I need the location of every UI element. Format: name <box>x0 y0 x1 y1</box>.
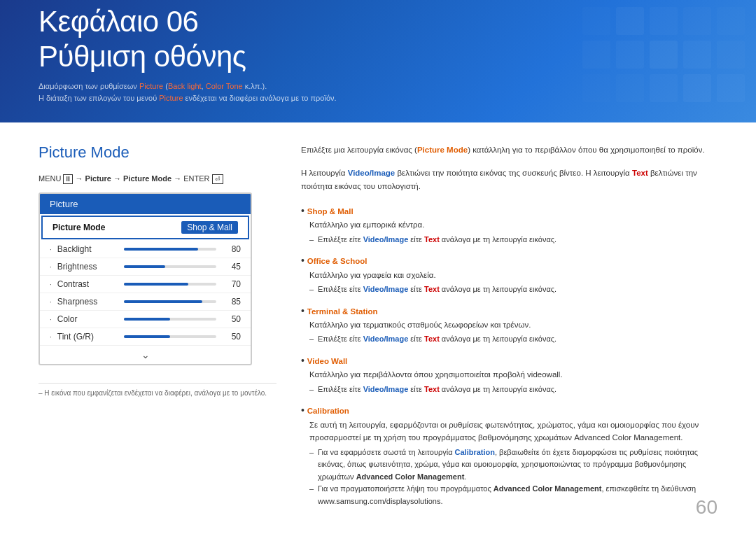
item-bar-container <box>124 300 216 303</box>
sub-bullet-videowall: Επιλέξτε είτε Video/Image είτε Text ανάλ… <box>309 384 718 396</box>
bullet-title-shop: Shop & Mall <box>307 207 354 216</box>
item-value: 45 <box>223 262 241 272</box>
sub-bullet-shop: Επιλέξτε είτε Video/Image είτε Text ανάλ… <box>309 234 718 246</box>
list-item: Shop & Mall Κατάλληλο για εμπορικά κέντρ… <box>301 203 718 246</box>
svg-rect-10 <box>683 74 711 102</box>
svg-rect-9 <box>650 74 678 102</box>
item-bar <box>124 318 170 321</box>
svg-rect-0 <box>616 7 644 35</box>
item-label: Contrast <box>57 279 117 289</box>
item-label: Sharpness <box>57 297 117 307</box>
bullets-list: Shop & Mall Κατάλληλο για εμπορικά κέντρ… <box>301 203 718 508</box>
list-item: Video Wall Κατάλληλο για περιβάλλοντα όπ… <box>301 353 718 395</box>
svg-rect-6 <box>683 41 711 69</box>
item-bar-container <box>124 248 216 251</box>
item-label: Backlight <box>57 244 117 254</box>
item-value: 80 <box>223 244 241 254</box>
bullet-title-videowall: Video Wall <box>307 357 348 365</box>
bullet-desc-office: Κατάλληλο για γραφεία και σχολεία. <box>309 269 718 281</box>
header-subtitle: Διαμόρφωση των ρυθμίσεων Picture (Back l… <box>38 80 337 105</box>
item-bar <box>124 300 202 303</box>
item-value: 70 <box>223 279 241 289</box>
picture-items-container: · Backlight 80 · Brightness 45 · Contras… <box>40 241 251 346</box>
bullet-desc-videowall: Κατάλληλο για περιβάλλοντα όπου χρησιμοπ… <box>309 368 718 381</box>
bullet-title-terminal: Terminal & Station <box>307 307 378 316</box>
sub-bullet-terminal: Επιλέξτε είτε Video/Image είτε Text ανάλ… <box>309 333 718 346</box>
bullet-desc-shop: Κατάλληλο για εμπορικά κέντρα. <box>309 218 718 231</box>
item-bar <box>124 248 198 251</box>
svg-rect-3 <box>717 7 745 35</box>
sub-bullet-calibration-1: Για να εφαρμόσετε σωστά τη λειτουργία Ca… <box>309 447 718 484</box>
bullet-title-office: Office & School <box>307 257 368 265</box>
footnote: – Η εικόνα που εμφανίζεται ενδέχεται να … <box>38 383 276 397</box>
svg-rect-12 <box>582 7 610 35</box>
header-text: Κεφάλαιο 06 Ρύθμιση οθόνης Διαμόρφωση τω… <box>38 4 337 105</box>
picture-ui-box: Picture Picture Mode Shop & Mall · Backl… <box>38 192 252 365</box>
picture-item: · Color 50 <box>40 311 251 328</box>
list-dot: · <box>50 281 52 288</box>
picture-mode-row: Picture Mode Shop & Mall <box>41 216 249 239</box>
picture-box-header: Picture <box>40 194 251 214</box>
svg-rect-7 <box>717 41 745 69</box>
item-value: 50 <box>223 332 241 342</box>
section-title: Picture Mode <box>38 143 276 162</box>
svg-rect-13 <box>582 41 610 69</box>
bullet-desc-terminal: Κατάλληλο για τερματικούς σταθμούς λεωφο… <box>309 318 718 331</box>
item-bar <box>124 283 189 286</box>
picture-mode-value: Shop & Mall <box>181 221 238 234</box>
picture-item: · Backlight 80 <box>40 241 251 258</box>
picture-item: · Brightness 45 <box>40 258 251 276</box>
list-dot: · <box>50 333 52 341</box>
bullet-desc-calibration: Σε αυτή τη λειτουργία, εφαρμόζονται οι ρ… <box>309 419 718 444</box>
svg-rect-2 <box>683 7 711 35</box>
picture-item: · Tint (G/R) 50 <box>40 328 251 346</box>
item-bar <box>124 335 170 338</box>
item-value: 85 <box>223 297 241 307</box>
subtitle-line2: Η διάταξη των επιλογών του μενού Picture… <box>38 92 337 105</box>
item-value: 50 <box>223 314 241 324</box>
intro-paragraph-2: Η λειτουργία Video/Image βελτιώνει την π… <box>301 167 718 193</box>
list-dot: · <box>50 316 52 323</box>
item-bar <box>124 265 165 268</box>
list-dot: · <box>50 298 52 306</box>
picture-item: · Contrast 70 <box>40 276 251 293</box>
item-label: Tint (G/R) <box>57 332 117 342</box>
svg-rect-14 <box>582 74 610 102</box>
svg-rect-1 <box>650 7 678 35</box>
list-dot: · <box>50 263 52 271</box>
svg-rect-5 <box>650 41 678 69</box>
intro-paragraph-1: Επιλέξτε μια λειτουργία εικόνας (Picture… <box>301 143 718 157</box>
page-number: 60 <box>696 496 718 519</box>
picture-mode-label: Picture Mode <box>52 223 105 232</box>
svg-rect-11 <box>717 74 745 102</box>
item-bar-container <box>124 318 216 321</box>
item-label: Brightness <box>57 262 117 272</box>
chevron-down-icon[interactable]: ⌄ <box>40 346 251 364</box>
item-label: Color <box>57 314 117 324</box>
header-pattern <box>546 0 756 122</box>
sub-bullet-office: Επιλέξτε είτε Video/Image είτε Text ανάλ… <box>309 283 718 296</box>
main-content: Picture Mode MENU Ⅲ → Picture → Picture … <box>0 122 756 534</box>
subtitle-line1: Διαμόρφωση των ρυθμίσεων Picture (Back l… <box>38 80 337 93</box>
left-column: Picture Mode MENU Ⅲ → Picture → Picture … <box>38 143 276 515</box>
svg-rect-8 <box>616 74 644 102</box>
item-bar-container <box>124 265 216 268</box>
list-dot: · <box>50 246 52 253</box>
right-column: Επιλέξτε μια λειτουργία εικόνας (Picture… <box>301 143 718 515</box>
menu-path: MENU Ⅲ → Picture → Picture Mode → ENTER … <box>38 174 276 184</box>
chapter-title: Κεφάλαιο 06 Ρύθμιση οθόνης <box>38 4 337 75</box>
svg-rect-4 <box>616 41 644 69</box>
page-header: Κεφάλαιο 06 Ρύθμιση οθόνης Διαμόρφωση τω… <box>0 0 756 122</box>
bullet-title-calibration: Calibration <box>307 407 349 415</box>
item-bar-container <box>124 283 216 286</box>
list-item: Calibration Σε αυτή τη λειτουργία, εφαρμ… <box>301 402 718 507</box>
list-item: Office & School Κατάλληλο για γραφεία κα… <box>301 253 718 295</box>
item-bar-container <box>124 335 216 338</box>
sub-bullet-calibration-2: Για να πραγματοποιήσετε λήψη του προγράμ… <box>309 483 718 507</box>
picture-item: · Sharpness 85 <box>40 293 251 311</box>
list-item: Terminal & Station Κατάλληλο για τερματι… <box>301 303 718 346</box>
